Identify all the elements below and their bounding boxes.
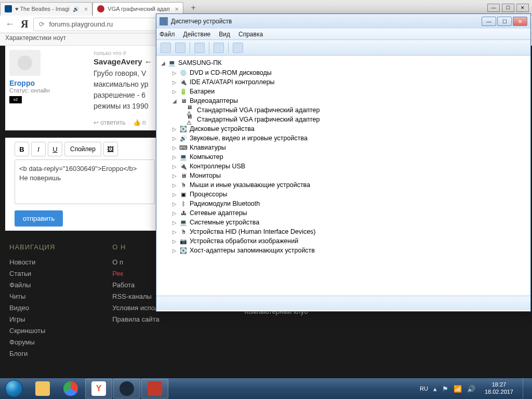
expand-icon[interactable]: ▷ [172, 229, 177, 235]
volume-icon[interactable]: 🔊 [467, 385, 475, 393]
language-indicator[interactable]: RU [420, 385, 428, 392]
footer-link[interactable]: Видео [9, 304, 55, 312]
tree-node[interactable]: ▷▣Процессоры [161, 190, 526, 199]
maximize-button[interactable]: ☐ [502, 4, 514, 12]
tool-scan[interactable] [233, 43, 243, 53]
audio-icon[interactable]: 🔊 [73, 6, 79, 12]
tree-node[interactable]: ▷🔌Контроллеры USB [161, 162, 526, 171]
tree-node[interactable]: ▷🖥Мониторы [161, 171, 526, 180]
menu-file[interactable]: Файл [159, 31, 175, 38]
minimize-button[interactable]: — [487, 4, 500, 12]
close-button[interactable]: ✕ [513, 17, 527, 26]
expand-icon[interactable]: ▷ [172, 89, 177, 95]
tool-help[interactable] [214, 43, 224, 53]
tree-node[interactable]: ▷ᛒРадиомодули Bluetooth [161, 199, 526, 208]
back-button[interactable]: ← [4, 19, 16, 30]
show-desktop[interactable] [523, 378, 530, 399]
clock[interactable]: 18:27 18.02.2017 [481, 381, 517, 396]
username-link[interactable]: Eroppo [9, 79, 87, 87]
tree-leaf[interactable]: 🖥⚠Стандартный VGA графический адаптер [161, 115, 526, 124]
send-button[interactable]: отправить [15, 210, 63, 227]
flag-icon[interactable]: ⚑ [442, 385, 448, 393]
tree-node[interactable]: ▷💻Системные устройства [161, 218, 526, 227]
expand-icon[interactable]: ▷ [172, 220, 177, 225]
tree-root[interactable]: ◢ 💻 SAMSUNG-ПК [161, 59, 526, 67]
device-icon: ⌨ [179, 143, 188, 152]
window-titlebar[interactable]: Диспетчер устройств — ☐ ✕ [156, 14, 530, 29]
expand-icon[interactable]: ▷ [172, 210, 177, 216]
footer-link[interactable]: Блоги [9, 350, 55, 357]
tree-node[interactable]: ▷🔌IDE ATA/ATAPI контроллеры [161, 77, 526, 87]
expand-icon[interactable]: ▷ [172, 145, 177, 151]
reply-textarea[interactable]: <b data-reply="16030649">Eroppo</b> Не п… [15, 159, 155, 204]
taskbar-yandex[interactable]: Y [85, 379, 112, 398]
expand-icon[interactable]: ▷ [172, 173, 177, 179]
footer-link[interactable]: Новости [9, 258, 55, 266]
menu-action[interactable]: Действие [183, 31, 211, 38]
footer-link[interactable]: Статьи [9, 270, 55, 277]
footer-link[interactable]: Файлы [9, 281, 55, 289]
expand-icon[interactable]: ▷ [172, 136, 177, 141]
underline-button[interactable]: U [48, 142, 62, 156]
tree-node[interactable]: ▷⌨Клавиатуры [161, 143, 526, 152]
minimize-button[interactable]: — [482, 17, 496, 26]
like-button[interactable]: 👍 п [133, 119, 146, 126]
italic-button[interactable]: I [31, 142, 46, 156]
expand-icon[interactable]: ▷ [172, 182, 177, 188]
tree-node[interactable]: ◢🖥Видеоадаптеры [161, 96, 526, 105]
new-tab-button[interactable]: + [188, 3, 199, 12]
tree-node[interactable]: ▷🔊Звуковые, видео и игровые устройства [161, 134, 526, 143]
tool-view[interactable] [194, 43, 205, 53]
start-button[interactable] [0, 378, 28, 399]
tray-up-icon[interactable]: ▴ [433, 385, 437, 393]
footer-link[interactable]: Правила сайта [112, 315, 187, 323]
menu-view[interactable]: Вид [219, 31, 230, 38]
yandex-logo[interactable]: Я [21, 18, 28, 30]
tree-node[interactable]: ▷💻Компьютер [161, 152, 526, 162]
reload-icon[interactable]: ⟳ [39, 20, 45, 28]
taskbar-explorer[interactable] [29, 379, 56, 398]
tree-leaf[interactable]: 🖥⚠Стандартный VGA графический адаптер [161, 105, 526, 115]
expand-icon[interactable]: ▷ [172, 79, 177, 85]
expand-icon[interactable]: ▷ [172, 201, 177, 207]
bold-button[interactable]: B [15, 142, 29, 156]
tab-beatles[interactable]: ♥ The Beatles - Imagi 🔊 × [0, 2, 92, 16]
close-button[interactable]: ✕ [516, 4, 529, 12]
tree-node[interactable]: ▷💽Дисковые устройства [161, 124, 526, 134]
taskbar-app[interactable] [141, 379, 168, 398]
tree-node[interactable]: ▷🖱Мыши и иные указывающие устройства [161, 180, 526, 190]
tree-node[interactable]: ▷🖱Устройства HID (Human Interface Device… [161, 227, 526, 236]
reply-button[interactable]: ↩ ответить [94, 119, 126, 126]
taskbar-chrome[interactable] [57, 379, 84, 398]
footer-link[interactable]: Читы [9, 292, 55, 300]
close-icon[interactable]: × [175, 5, 179, 13]
tree-node[interactable]: ▷📷Устройства обработки изображений [161, 236, 526, 246]
tree-node[interactable]: ▷🔋Батареи [161, 87, 526, 96]
image-button[interactable]: 🖼 [103, 142, 118, 156]
expand-icon[interactable]: ▷ [172, 248, 177, 254]
expand-icon[interactable]: ▷ [172, 154, 177, 160]
maximize-button[interactable]: ☐ [497, 17, 512, 26]
menu-help[interactable]: Справка [238, 31, 263, 38]
tree-node[interactable]: ▷💿DVD и CD-ROM дисководы [161, 68, 526, 77]
close-icon[interactable]: × [84, 5, 88, 13]
expand-icon[interactable]: ▷ [172, 126, 177, 132]
tool-fwd[interactable] [175, 43, 185, 53]
tool-back[interactable] [161, 43, 171, 53]
footer-link[interactable]: Игры [9, 315, 55, 323]
tree-node[interactable]: ▷💽Хост-адаптеры запоминающих устройств [161, 246, 526, 255]
device-tree[interactable]: ◢ 💻 SAMSUNG-ПК ▷💿DVD и CD-ROM дисководы▷… [156, 56, 530, 296]
bookmark-item[interactable]: Характеристики ноут [5, 34, 66, 42]
avatar[interactable] [9, 50, 41, 76]
footer-link[interactable]: Скриншоты [9, 327, 55, 335]
expand-icon[interactable]: ▷ [172, 192, 177, 197]
tree-node[interactable]: ▷🖧Сетевые адаптеры [161, 208, 526, 218]
expand-icon[interactable]: ▷ [172, 238, 177, 244]
expand-icon[interactable]: ▷ [172, 70, 177, 76]
spoiler-button[interactable]: Спойлер [64, 142, 101, 156]
footer-link[interactable]: Форумы [9, 338, 55, 346]
taskbar-steam[interactable] [113, 379, 140, 398]
expand-icon[interactable]: ▷ [172, 164, 177, 169]
network-icon[interactable]: 📶 [454, 385, 462, 393]
expand-icon[interactable]: ◢ [172, 98, 177, 104]
